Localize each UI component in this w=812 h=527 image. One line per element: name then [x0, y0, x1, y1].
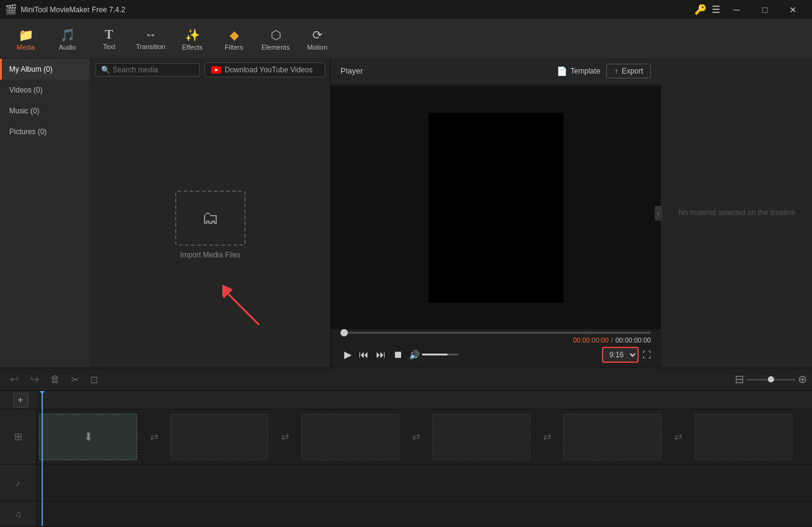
left-panel: My Album (0) Videos (0) Music (0) Pictur…: [0, 59, 331, 368]
svg-line-1: [228, 294, 259, 325]
music-track-row: ♫: [0, 501, 812, 526]
sidebar-item-my-album[interactable]: My Album (0): [0, 59, 90, 80]
tab-motion[interactable]: ⟳ Motion: [296, 22, 338, 56]
filters-label: Filters: [225, 44, 243, 51]
menu-icon[interactable]: ☰: [712, 4, 720, 15]
player-title: Player: [340, 66, 551, 75]
player-controls: ▶ ⏮ ⏭ ⏹ 🔊 9:16 16:9 1:1 4:3 ⛶: [331, 345, 661, 368]
delete-button[interactable]: 🗑: [45, 371, 65, 387]
maximize-button[interactable]: □: [751, 0, 779, 20]
toolbar: 📁 Media 🎵 Audio T Text ↔ Transition ✨ Ef…: [0, 20, 812, 59]
video-clip-4[interactable]: [432, 414, 530, 460]
music-track-label[interactable]: ♫: [0, 501, 37, 526]
tab-filters[interactable]: ◆ Filters: [213, 22, 255, 56]
prev-frame-button[interactable]: ⏮: [355, 347, 372, 363]
transition-icon: ↔: [145, 28, 157, 42]
crop-button[interactable]: ⊡: [85, 371, 103, 388]
transition-icon-3: ⇄: [412, 431, 420, 442]
player-header: Player 📄 Template ↑ Export: [331, 59, 661, 83]
fullscreen-button[interactable]: ⛶: [642, 350, 651, 360]
search-icon: 🔍: [101, 66, 110, 74]
sidebar-item-music[interactable]: Music (0): [0, 100, 90, 121]
no-material-area: No material selected on the timeline: [662, 59, 812, 368]
zoom-slider-thumb[interactable]: [768, 376, 774, 382]
media-label: Media: [17, 44, 35, 51]
video-clip-3[interactable]: [301, 414, 399, 460]
tab-audio[interactable]: 🎵 Audio: [47, 22, 88, 56]
search-input-wrap[interactable]: 🔍: [96, 63, 200, 77]
time-current: 00:00:00:00: [573, 336, 609, 344]
red-arrow: [222, 282, 271, 331]
import-section: 🗂 Import Media Files: [175, 191, 246, 259]
zoom-slider[interactable]: [746, 379, 795, 381]
tab-transition[interactable]: ↔ Transition: [130, 22, 171, 56]
export-button[interactable]: ↑ Export: [606, 64, 651, 78]
youtube-icon: ▶: [211, 66, 221, 74]
tab-media[interactable]: 📁 Media: [5, 22, 47, 56]
minimize-button[interactable]: ─: [723, 0, 751, 20]
progress-thumb[interactable]: [340, 329, 348, 336]
sidebar-item-videos[interactable]: Videos (0): [0, 80, 90, 100]
youtube-download-button[interactable]: ▶ Download YouTube Videos: [205, 63, 325, 77]
video-clip-6[interactable]: [694, 414, 792, 460]
filters-icon: ◆: [230, 28, 239, 42]
motion-icon: ⟳: [312, 28, 323, 42]
redo-button[interactable]: ↪: [25, 370, 44, 389]
titlebar: 🎬 MiniTool MovieMaker Free 7.4.2 🔑 ☰ ─ □…: [0, 0, 812, 20]
template-icon: 📄: [557, 66, 567, 76]
key-icon[interactable]: 🔑: [694, 4, 707, 15]
right-panel: › No material selected on the timeline: [661, 59, 812, 368]
sidebar-item-pictures[interactable]: Pictures (0): [0, 121, 90, 142]
import-box[interactable]: 🗂: [175, 191, 246, 246]
export-icon: ↑: [614, 67, 618, 75]
zoom-in-icon[interactable]: ⊕: [798, 373, 807, 386]
effects-icon: ✨: [185, 28, 200, 42]
zoom-out-icon[interactable]: ⊟: [735, 373, 744, 386]
player-area: Player 📄 Template ↑ Export 00:00:00:00 /…: [331, 59, 661, 368]
media-icon: 📁: [18, 28, 34, 42]
close-button[interactable]: ✕: [779, 0, 807, 20]
time-separator: /: [611, 336, 613, 344]
volume-fill: [422, 354, 448, 355]
search-input[interactable]: [113, 66, 180, 74]
edit-toolbar: ↩ ↪ 🗑 ✂ ⊡ ⊟ ⊕: [0, 368, 812, 391]
transition-slot-4[interactable]: ⇄: [532, 414, 562, 460]
cut-button[interactable]: ✂: [66, 371, 84, 388]
video-track-row: ⊞ ⬇ ⇄ ⇄ ⇄ ⇄ ⇄: [0, 409, 812, 464]
audio-track-label[interactable]: ♪: [0, 464, 37, 501]
stop-button[interactable]: ⏹: [389, 347, 407, 363]
app-title: MiniTool MovieMaker Free 7.4.2: [21, 6, 126, 14]
next-frame-button[interactable]: ⏭: [372, 347, 389, 363]
video-clip-5[interactable]: [563, 414, 661, 460]
progress-bar[interactable]: [340, 332, 651, 334]
transition-slot-3[interactable]: ⇄: [400, 414, 431, 460]
video-clip-1[interactable]: ⬇: [39, 414, 137, 460]
tab-effects[interactable]: ✨ Effects: [171, 22, 213, 56]
tab-elements[interactable]: ⬡ Elements: [255, 22, 296, 56]
text-icon: T: [105, 28, 113, 42]
text-label: Text: [103, 43, 115, 50]
template-button[interactable]: 📄 Template: [551, 64, 607, 78]
youtube-label: Download YouTube Videos: [225, 66, 312, 74]
left-sidebar: My Album (0) Videos (0) Music (0) Pictur…: [0, 59, 91, 368]
video-track-label[interactable]: ⊞: [0, 409, 37, 464]
volume-icon[interactable]: 🔊: [409, 350, 419, 360]
transition-icon-1: ⇄: [150, 431, 158, 442]
collapse-panel-button[interactable]: ›: [655, 206, 662, 221]
transition-slot-2[interactable]: ⇄: [269, 414, 300, 460]
template-label: Template: [571, 67, 601, 75]
play-button[interactable]: ▶: [340, 346, 355, 363]
volume-slider[interactable]: [422, 354, 459, 355]
video-clip-2[interactable]: [170, 414, 268, 460]
transition-slot-5[interactable]: ⇄: [663, 414, 693, 460]
aspect-ratio-select[interactable]: 9:16 16:9 1:1 4:3: [602, 347, 639, 363]
transition-slot-1[interactable]: ⇄: [138, 414, 169, 460]
app-logo-icon: 🎬: [5, 4, 17, 15]
video-display: [331, 86, 661, 329]
tab-text[interactable]: T Text: [88, 22, 130, 56]
search-bar: 🔍 ▶ Download YouTube Videos: [91, 59, 330, 82]
undo-button[interactable]: ↩: [5, 370, 24, 389]
add-media-to-timeline-button[interactable]: +: [13, 393, 28, 408]
video-screen: [429, 113, 563, 303]
audio-track-content: [37, 464, 812, 501]
